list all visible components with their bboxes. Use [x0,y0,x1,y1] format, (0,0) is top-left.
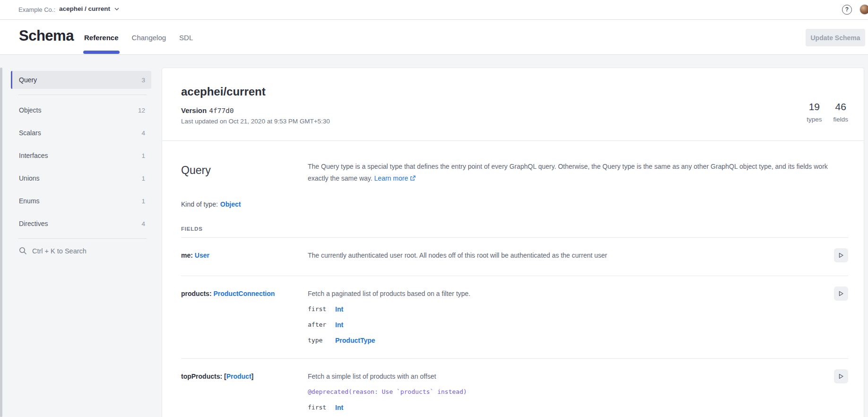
org-label: Example Co.: [18,6,55,13]
stat-fields: 46fields [833,101,848,123]
tab-reference[interactable]: Reference [83,20,120,55]
argument-name: after [308,320,335,330]
sidebar-item-label: Interfaces [19,152,48,159]
tab-changelog[interactable]: Changelog [131,20,167,55]
top-bar: Example Co.: acephei / current ? [0,0,868,20]
field-actions [834,289,848,345]
sidebar-item-label: Directives [19,220,48,227]
page-title: Schema [19,27,74,44]
field-row: products: ProductConnectionFetch a pagin… [181,276,848,359]
tab-label: Reference [84,34,119,42]
field-name-text: products: [181,290,213,297]
sidebar-item-objects[interactable]: Objects12 [11,101,151,119]
schema-card: acephei/current Version4f77d0 Last updat… [162,68,864,417]
last-updated: Last updated on Oct 21, 2020 at 9:53 PM … [181,118,845,125]
sidebar-item-count: 4 [141,220,145,227]
graph-title: acephei/current [181,85,845,98]
kind-of-type-row: Kind of type:Object [181,200,848,208]
search-icon [19,247,27,255]
argument-type-link[interactable]: ProductType [335,336,375,345]
sidebar-item-count: 3 [141,77,145,84]
fields-list: me: UserThe currently authenticated user… [181,238,848,417]
field-row: topProducts: [Product]Fetch a simple lis… [181,359,848,417]
sidebar-item-count: 4 [141,130,145,137]
schema-stats: 19types46fields [807,101,848,123]
field-name-suffix: ] [252,373,254,380]
field-description: Fetch a simple list of products with an … [308,372,834,381]
field-description: Fetch a paginated list of products based… [308,289,834,298]
field-description: The currently authenticated user root. A… [308,251,834,260]
sidebar-item-directives[interactable]: Directives4 [11,215,151,233]
type-section: Query The Query type is a special type t… [162,141,864,417]
sidebar-item-enums[interactable]: Enums1 [11,192,151,210]
field-type-link[interactable]: User [195,252,209,259]
sidebar-item-label: Enums [19,197,40,205]
stat-types: 19types [807,101,822,123]
tab-label: SDL [179,34,193,42]
sidebar-item-count: 1 [141,175,145,182]
sidebar-item-label: Unions [19,174,40,182]
update-schema-button[interactable]: Update Schema [806,29,865,46]
help-button[interactable]: ? [842,5,852,15]
argument-row: firstInt [308,304,834,314]
argument-type-link[interactable]: Int [335,320,343,330]
sidebar-item-query[interactable]: Query3 [11,71,151,89]
field-name-text: me: [181,252,195,259]
type-description: The Query type is a special type that de… [308,161,830,184]
play-icon [838,373,844,380]
field-name: me: User [181,251,308,262]
sidebar-item-interfaces[interactable]: Interfaces1 [11,147,151,165]
learn-more-label: Learn more [374,174,408,182]
sidebar-item-label: Objects [19,106,41,114]
field-type-link[interactable]: Product [226,373,252,380]
argument-row: firstInt [308,403,834,412]
field-actions [834,251,848,262]
sidebar-item-count: 1 [141,198,145,205]
field-name: topProducts: [Product] [181,372,308,412]
external-link-icon [410,175,416,181]
argument-name: type [308,336,335,345]
schema-search[interactable]: Ctrl + K to Search [11,247,151,255]
play-icon [838,290,844,297]
argument-type-link[interactable]: Int [335,304,343,314]
argument-type-link[interactable]: Int [335,403,343,412]
run-in-explorer-button[interactable] [834,287,848,301]
sidebar-item-label: Query [19,76,37,84]
sidebar-list: Query3Objects12Scalars4Interfaces1Unions… [11,71,151,239]
type-intro-row: Query The Query type is a special type t… [181,141,848,184]
run-in-explorer-button[interactable] [834,248,848,262]
kind-value-link[interactable]: Object [220,200,241,208]
stat-value: 19 [807,101,822,113]
sidebar-item-label: Scalars [19,129,41,137]
page-header: Schema ReferenceChangelogSDL Update Sche… [0,20,868,55]
sidebar-divider [18,95,147,95]
field-details: The currently authenticated user root. A… [308,251,834,262]
sidebar-item-scalars[interactable]: Scalars4 [11,124,151,142]
tab-sdl[interactable]: SDL [178,20,194,55]
sidebar-item-unions[interactable]: Unions1 [11,169,151,187]
version-line: Version4f77d0 [181,106,845,114]
schema-type-sidebar: Query3Objects12Scalars4Interfaces1Unions… [11,68,151,255]
run-in-explorer-button[interactable] [834,369,848,383]
graph-selector-label: acephei / current [59,5,110,12]
field-details: Fetch a simple list of products with an … [308,372,834,412]
argument-row: afterInt [308,320,834,330]
field-type-link[interactable]: ProductConnection [213,290,275,297]
page-scrollbar[interactable] [0,68,2,417]
argument-name: first [308,304,335,314]
argument-row: typeProductType [308,336,834,345]
field-actions [834,372,848,412]
user-avatar[interactable] [859,4,868,15]
question-mark-icon: ? [845,6,849,13]
fields-section-label: FIELDS [181,226,848,232]
stat-value: 46 [833,101,848,113]
graph-selector-dropdown[interactable]: acephei / current [59,5,119,12]
learn-more-link[interactable]: Learn more [374,174,416,182]
argument-name: first [308,403,335,412]
stat-label: fields [833,116,848,123]
stat-label: types [807,116,822,123]
kind-label: Kind of type: [181,200,218,208]
field-name: products: ProductConnection [181,289,308,345]
search-hint: Ctrl + K to Search [32,247,87,255]
sidebar-item-count: 1 [141,152,145,159]
